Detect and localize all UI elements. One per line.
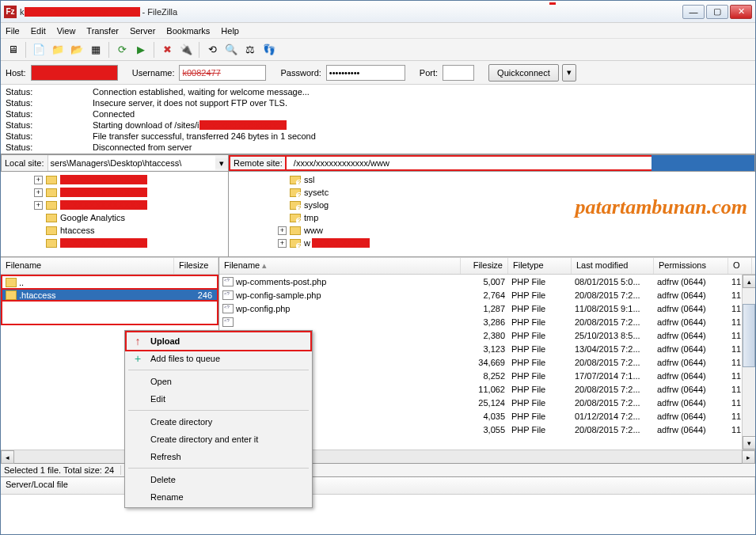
quickconnect-bar: Host: Username: Password: Port: Quickcon… (1, 61, 755, 85)
remote-col-permissions[interactable]: Permissions (654, 258, 728, 274)
app-icon: Fz (4, 6, 17, 18)
tree-node[interactable]: +XXXXXXXXXXXXXXX (2, 186, 226, 199)
local-site-label: Local site: (2, 155, 48, 171)
menu-edit[interactable]: Edit (31, 26, 46, 36)
ctx-mkdir[interactable]: Create directory (127, 413, 310, 431)
quickconnect-dropdown[interactable]: ▾ (562, 64, 576, 82)
table-row[interactable]: wp-comments-post.php5,007PHP File08/01/2… (219, 275, 755, 288)
remote-site-label: Remote site: (229, 155, 286, 171)
ctx-refresh[interactable]: Refresh (127, 448, 310, 465)
tree-node[interactable]: htaccess (2, 224, 226, 237)
menu-file[interactable]: File (6, 26, 20, 36)
menubar: File Edit View Transfer Server Bookmarks… (1, 23, 755, 39)
tree-node[interactable]: +wXXXXXXXXXX (230, 237, 754, 249)
minimize-button[interactable]: — (682, 5, 705, 19)
scroll-down-icon[interactable]: ▾ (743, 436, 755, 450)
titlebar: Fz kxxxxxxxxxxxx - FileZilla — ▢ ✕ (1, 1, 755, 23)
toggle-remote-tree-icon[interactable]: 📂 (68, 41, 85, 59)
filter-icon[interactable]: 🔍 (222, 41, 240, 59)
ctx-upload[interactable]: ↑Upload (125, 331, 312, 351)
menu-bookmarks[interactable]: Bookmarks (166, 26, 210, 36)
local-site-input[interactable] (48, 156, 215, 170)
toggle-queue-icon[interactable]: ▦ (87, 41, 104, 59)
compare-icon[interactable]: ⚖ (241, 41, 259, 59)
local-col-filesize[interactable]: Filesize (174, 258, 218, 274)
process-queue-icon[interactable]: ▶ (132, 41, 150, 59)
ctx-add-queue[interactable]: +Add files to queue (127, 350, 310, 367)
remote-tree[interactable]: patartambunan.com sslsysetcsyslogtmp+www… (229, 172, 755, 256)
remote-col-filesize[interactable]: Filesize (461, 258, 508, 274)
cancel-icon[interactable]: ✖ (158, 41, 176, 59)
tree-node[interactable]: +XXXXXXXXXXXXXXX (2, 173, 226, 186)
ctx-delete[interactable]: Delete (127, 471, 310, 488)
scroll-up-icon[interactable]: ▴ (743, 275, 755, 288)
menu-server[interactable]: Server (130, 26, 155, 36)
sitemanager-icon[interactable]: 🖥 (4, 41, 21, 59)
status-line: Selected 1 file. Total size: 24 size: 23… (1, 463, 755, 477)
remote-col-filetype[interactable]: Filetype (508, 258, 572, 274)
sync-browse-icon[interactable]: 👣 (260, 41, 278, 59)
local-site-dropdown[interactable]: ▾ (215, 158, 228, 169)
ctx-mkdir-enter[interactable]: Create directory and enter it (127, 431, 310, 448)
password-label: Password: (280, 68, 321, 78)
port-label: Port: (420, 68, 438, 78)
toolbar: 🖥 📄 📁 📂 ▦ ⟳ ▶ ✖ 🔌 ⟲ 🔍 ⚖ 👣 (1, 39, 755, 61)
quickconnect-button[interactable]: Quickconnect (488, 64, 559, 82)
scroll-thumb[interactable] (743, 304, 755, 367)
username-input[interactable] (179, 65, 266, 81)
window-title: kxxxxxxxxxxxx - FileZilla (20, 7, 682, 17)
tree-node[interactable]: XXXXXXXXXXXXXXX (2, 237, 226, 249)
table-row[interactable]: 3,286PHP File20/08/2015 7:2...adfrw (064… (219, 315, 755, 328)
local-col-filename[interactable]: Filename (1, 258, 174, 274)
tree-node[interactable]: +www (230, 224, 754, 237)
context-menu: ↑Upload +Add files to queue Open Edit Cr… (124, 330, 313, 508)
selection-highlight (652, 155, 754, 171)
upload-icon: ↑ (131, 335, 144, 347)
list-item[interactable]: .htaccess246 (1, 288, 218, 302)
refresh-icon[interactable]: ⟳ (113, 41, 131, 59)
host-label: Host: (6, 68, 26, 78)
artifact-red-dot (549, 2, 556, 5)
tree-node[interactable]: ssl (230, 173, 754, 186)
site-path-bar: Local site: ▾ Remote site: ▾ (1, 154, 755, 172)
maximize-button[interactable]: ▢ (706, 5, 728, 19)
menu-view[interactable]: View (57, 26, 76, 36)
username-label: Username: (132, 68, 175, 78)
tree-node[interactable]: Google Analytics (2, 211, 226, 224)
password-input[interactable] (326, 65, 405, 81)
list-item[interactable]: .. (1, 275, 218, 288)
tree-node[interactable]: syslog (230, 199, 754, 211)
table-row[interactable]: wp-config-sample.php2,764PHP File20/08/2… (219, 288, 755, 302)
ctx-open[interactable]: Open (127, 373, 310, 390)
tree-node[interactable]: tmp (230, 211, 754, 224)
toggle-log-icon[interactable]: 📄 (30, 41, 47, 59)
scroll-right-icon[interactable]: ▸ (742, 450, 755, 464)
message-log[interactable]: Status:Connection established, waiting f… (1, 85, 755, 154)
reconnect-icon[interactable]: ⟲ (203, 41, 221, 59)
close-button[interactable]: ✕ (730, 5, 752, 19)
host-input[interactable] (31, 65, 118, 81)
tree-node[interactable]: sysetc (230, 186, 754, 199)
ctx-rename[interactable]: Rename (127, 488, 310, 506)
remote-col-modified[interactable]: Last modified (572, 258, 654, 274)
scroll-left-icon[interactable]: ◂ (1, 450, 14, 464)
ctx-edit[interactable]: Edit (127, 390, 310, 408)
toggle-tree-icon[interactable]: 📁 (49, 41, 66, 59)
remote-col-owner[interactable]: O (728, 258, 752, 274)
remote-col-filename[interactable]: Filename ▴ (219, 258, 461, 274)
table-row[interactable]: wp-config.php1,287PHP File11/08/2015 9:1… (219, 302, 755, 315)
remote-scrollbar-v[interactable]: ▴ ▾ (742, 275, 755, 450)
local-tree[interactable]: +XXXXXXXXXXXXXXX+XXXXXXXXXXXXXXX+XXXXXXX… (1, 172, 229, 256)
tree-node[interactable]: +XXXXXXXXXXXXXXX (2, 199, 226, 211)
port-input[interactable] (443, 65, 474, 81)
transfer-queue-header: Server/Local file Direction Remote file (1, 477, 755, 495)
menu-help[interactable]: Help (221, 26, 239, 36)
queue-add-icon: + (131, 352, 144, 365)
local-status-text: Selected 1 file. Total size: 24 (4, 465, 121, 475)
menu-transfer[interactable]: Transfer (86, 26, 119, 36)
disconnect-icon[interactable]: 🔌 (177, 41, 195, 59)
